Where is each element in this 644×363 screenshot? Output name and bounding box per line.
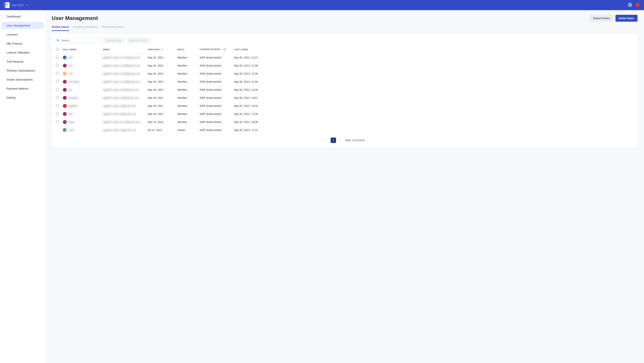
user-last-login: Sep 29, 2021, 11:00 [232, 86, 635, 94]
sidebar-item-user-management[interactable]: User Management [2, 22, 44, 29]
user-license: KRE Node-locked [198, 62, 232, 70]
sidebar-item-idle-timeout[interactable]: Idle Timeout [2, 40, 44, 47]
remove-users-button[interactable]: Remove Users [127, 38, 151, 44]
user-join-date: Sep 29, 2021 [146, 70, 176, 78]
next-page-icon[interactable] [339, 138, 342, 143]
avatar [63, 56, 67, 60]
user-last-login: Sep 29, 2021, 10:42 [232, 102, 635, 110]
avatar [63, 120, 67, 124]
user-license: KRE Node-locked [198, 94, 232, 102]
row-checkbox[interactable] [56, 120, 59, 123]
user-join-date: Sep 29, 2021 [146, 110, 176, 118]
user-license: KRE Node-locked [198, 86, 232, 94]
sidebar-item-licenses[interactable]: Licenses [2, 31, 44, 38]
user-email: pgialinh.uatv+su11@gmail.com [103, 121, 140, 124]
org-switcher-label[interactable]: Org TOBP [12, 4, 24, 7]
user-email: pgialinh.uatv+su17@gmail.com [103, 56, 140, 59]
user-license: KRE Node-locked [198, 110, 232, 118]
col-join-date[interactable]: JOIN DATE ▼ [146, 46, 176, 54]
user-avatar[interactable] [636, 3, 640, 8]
user-join-date: Sep 29, 2021 [146, 78, 176, 86]
avatar [63, 128, 67, 132]
user-role: Member [176, 70, 198, 78]
row-checkbox[interactable] [56, 56, 59, 59]
page-title: User Management [52, 15, 98, 21]
total-records: Total: 10 records [345, 139, 365, 142]
sidebar-item-setting[interactable]: Setting [2, 94, 44, 101]
invite-users-button[interactable]: Invite Users [616, 15, 638, 22]
select-all-checkbox[interactable] [56, 48, 59, 51]
search-input[interactable] [54, 37, 101, 44]
user-last-login: Sep 18, 2021, 16:30 [232, 118, 635, 126]
info-icon[interactable]: i [223, 48, 226, 51]
users-table: FULL NAME▲ EMAIL JOIN DATE ▼ ROLE▲ LICEN… [54, 46, 635, 134]
row-checkbox[interactable] [56, 64, 59, 67]
user-role: Member [176, 78, 198, 86]
user-role: Member [176, 110, 198, 118]
export-users-button[interactable]: Export Users [590, 15, 613, 22]
row-checkbox[interactable] [56, 72, 59, 75]
col-email[interactable]: EMAIL [102, 46, 146, 54]
avatar [63, 96, 67, 100]
user-last-login: Sep 29, 2021, 10:57 [232, 94, 635, 102]
table-row: Linhpgialinh.uatv+1@gmail.comJul 22, 202… [54, 126, 635, 134]
change-role-button[interactable]: Change Role [103, 38, 125, 44]
user-join-date: Sep 29, 2021 [146, 102, 176, 110]
app-logo[interactable]: T [4, 2, 10, 8]
user-role: Owner [176, 126, 198, 134]
table-row: lanpgialinh.uatv+su9@gmail.comSep 29, 20… [54, 86, 635, 94]
avatar [63, 104, 67, 108]
user-role: Member [176, 102, 198, 110]
user-role: Member [176, 94, 198, 102]
prev-page-icon[interactable] [324, 138, 328, 143]
row-checkbox[interactable] [56, 104, 59, 107]
user-full-name: linh [68, 64, 73, 67]
user-license: KRE Node-locked [198, 54, 232, 62]
tab-removed-users[interactable]: Removed Users [102, 25, 124, 31]
sidebar-item-dashboard[interactable]: Dashboard [2, 13, 44, 20]
user-email: pgialinh.uatv+su6@gmail.com [103, 96, 139, 99]
topbar: T Org TOBP [0, 0, 644, 10]
user-license: KRE Node-locked [198, 102, 232, 110]
sidebar-item-license-utilization[interactable]: License Utilization [2, 49, 44, 56]
col-license-access[interactable]: LICENSE ACCESS▲i [198, 46, 232, 54]
user-role: Member [176, 54, 198, 62]
user-email: pgialinh.uatv+su10@gmail.com [103, 80, 140, 83]
row-checkbox[interactable] [56, 88, 59, 91]
page-number[interactable]: 1 [330, 138, 336, 143]
user-email: pgialinh.uatv+1@gmail.com [103, 129, 136, 132]
user-email: pgialinh.uatv+6@gmail.com [103, 112, 136, 116]
user-last-login: Sep 29, 2021, 11:00 [232, 78, 635, 86]
row-checkbox[interactable] [56, 80, 59, 83]
user-last-login: Sep 29, 2021, 11:05 [232, 70, 635, 78]
user-full-name: abc [68, 112, 73, 116]
avatar [63, 64, 67, 68]
pagination: 1 Total: 10 records [54, 138, 635, 143]
sidebar-item-studio-subscriptions[interactable]: Studio Subscriptions [2, 76, 44, 83]
tab-active-users[interactable]: Active Users [52, 25, 69, 31]
user-email: pgialinh.uatv+su18@gmail.com [103, 64, 140, 67]
user-license: KRE Node-locked [198, 70, 232, 78]
gear-icon[interactable] [628, 3, 632, 8]
table-row: linhpgialinh.uatv+su19@gmail.comSep 29, … [54, 70, 635, 78]
user-role: Member [176, 86, 198, 94]
user-license: KRE Node-locked [198, 118, 232, 126]
tabs: Active UsersPending InvitationRemoved Us… [52, 25, 638, 31]
col-last-login[interactable]: LAST LOGIN [232, 46, 635, 54]
table-row: abcpgialinh.uatv+6@gmail.comSep 29, 2021… [54, 110, 635, 118]
user-full-name: linh [68, 56, 73, 59]
user-join-date: Sep 29, 2021 [146, 54, 176, 62]
tab-pending-invitation[interactable]: Pending Invitation [73, 25, 98, 31]
table-row: linhpgialinh.uatv+su17@gmail.comSep 29, … [54, 54, 635, 62]
chevron-down-icon[interactable] [26, 4, 28, 7]
col-full-name[interactable]: FULL NAME▲ [61, 46, 102, 54]
col-role[interactable]: ROLE▲ [176, 46, 198, 54]
sidebar-item-trial-request[interactable]: Trial Request [2, 58, 44, 65]
avatar [63, 80, 67, 84]
row-checkbox[interactable] [56, 112, 59, 115]
users-card: Change Role Remove Users FULL NAME▲ EMAI… [52, 34, 638, 148]
sidebar-item-payment-method[interactable]: Payment Method [2, 85, 44, 92]
row-checkbox[interactable] [56, 96, 59, 99]
sidebar: DashboardUser ManagementLicensesIdle Tim… [0, 10, 45, 363]
sidebar-item-testops-subscriptions[interactable]: TestOps Subscriptions [2, 67, 44, 74]
